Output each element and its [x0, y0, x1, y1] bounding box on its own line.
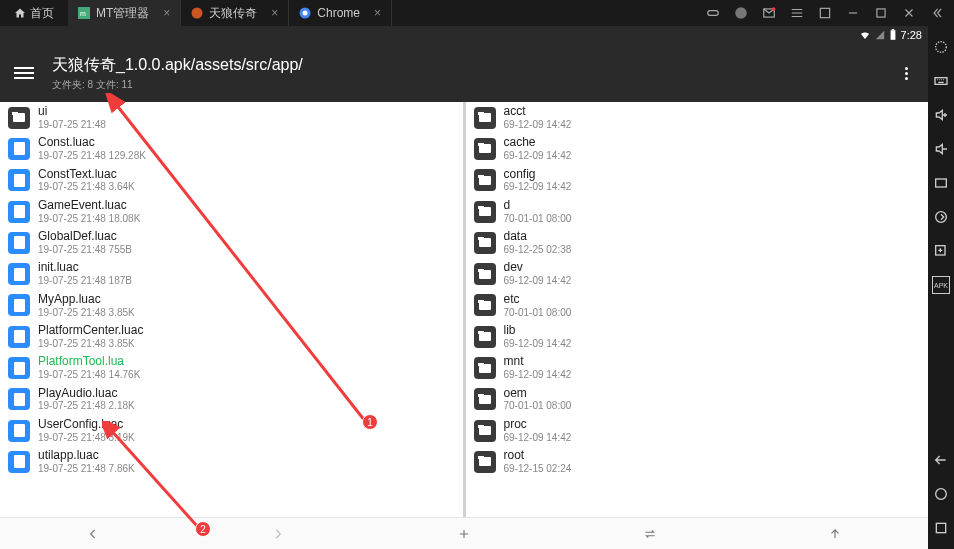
- folder-row[interactable]: acct69-12-09 14:42: [466, 102, 929, 133]
- file-meta: 19-07-25 21:48 18.08K: [38, 213, 140, 225]
- rail-fullscreen-icon[interactable]: [932, 174, 950, 192]
- file-meta: 70-01-01 08:00: [504, 400, 572, 412]
- folder-icon: [474, 138, 496, 160]
- file-row[interactable]: PlatformCenter.luac19-07-25 21:48 3.85K: [0, 321, 463, 352]
- right-file-pane[interactable]: acct69-12-09 14:42cache69-12-09 14:42con…: [466, 102, 929, 517]
- window-tab-bar: 首页 m MT管理器 × 天狼传奇 × Chrome ×: [0, 0, 954, 26]
- close-window-icon[interactable]: [902, 6, 916, 20]
- rail-addtab-icon[interactable]: [932, 242, 950, 260]
- more-button[interactable]: [899, 61, 914, 86]
- file-row[interactable]: Const.luac19-07-25 21:48 129.28K: [0, 133, 463, 164]
- file-name: etc: [504, 293, 572, 307]
- gamepad-icon[interactable]: [706, 6, 720, 20]
- collapse-icon[interactable]: [930, 6, 944, 20]
- file-meta: 69-12-09 14:42: [504, 432, 572, 444]
- rail-volume-up-icon[interactable]: [932, 106, 950, 124]
- file-meta: 19-07-25 21:48 14.76K: [38, 369, 140, 381]
- file-name: UserConfig.luac: [38, 418, 135, 432]
- folder-row[interactable]: ui19-07-25 21:48: [0, 102, 463, 133]
- svg-rect-16: [935, 78, 947, 85]
- close-icon[interactable]: ×: [271, 6, 278, 20]
- file-name: data: [504, 230, 572, 244]
- folder-row[interactable]: proc69-12-09 14:42: [466, 415, 929, 446]
- rail-recents-icon[interactable]: [932, 519, 950, 537]
- file-icon: [8, 388, 30, 410]
- close-icon[interactable]: ×: [374, 6, 381, 20]
- file-name: MyApp.luac: [38, 293, 135, 307]
- file-row[interactable]: MyApp.luac19-07-25 21:48 3.85K: [0, 290, 463, 321]
- folder-row[interactable]: data69-12-25 02:38: [466, 227, 929, 258]
- rail-volume-down-icon[interactable]: [932, 140, 950, 158]
- user-icon[interactable]: [734, 6, 748, 20]
- file-meta: 69-12-09 14:42: [504, 275, 572, 287]
- folder-icon: [474, 388, 496, 410]
- file-meta: 69-12-15 02:24: [504, 463, 572, 475]
- file-row[interactable]: PlatformTool.lua19-07-25 21:48 14.76K: [0, 352, 463, 383]
- window-controls: [696, 6, 954, 20]
- folder-row[interactable]: lib69-12-09 14:42: [466, 321, 929, 352]
- home-icon: [14, 7, 26, 19]
- close-icon[interactable]: ×: [163, 6, 170, 20]
- folder-row[interactable]: oem70-01-01 08:00: [466, 384, 929, 415]
- folder-icon: [474, 420, 496, 442]
- folder-row[interactable]: dev69-12-09 14:42: [466, 258, 929, 289]
- rail-settings-icon[interactable]: [932, 38, 950, 56]
- file-meta: 70-01-01 08:00: [504, 213, 572, 225]
- file-name: proc: [504, 418, 572, 432]
- folder-row[interactable]: d70-01-01 08:00: [466, 196, 929, 227]
- rail-back-icon[interactable]: [932, 451, 950, 469]
- mail-icon[interactable]: [762, 6, 776, 20]
- left-file-pane[interactable]: ui19-07-25 21:48Const.luac19-07-25 21:48…: [0, 102, 466, 517]
- file-meta: 69-12-09 14:42: [504, 369, 572, 381]
- folder-row[interactable]: mnt69-12-09 14:42: [466, 352, 929, 383]
- file-row[interactable]: ConstText.luac19-07-25 21:48 3.64K: [0, 165, 463, 196]
- folder-icon: [8, 107, 30, 129]
- menu-button[interactable]: [14, 67, 34, 79]
- file-icon: [8, 169, 30, 191]
- maximize-icon[interactable]: [874, 6, 888, 20]
- up-button[interactable]: [742, 527, 928, 541]
- minimize-icon[interactable]: [846, 6, 860, 20]
- status-bar: 7:28: [0, 26, 928, 44]
- file-name: Const.luac: [38, 136, 146, 150]
- file-row[interactable]: GameEvent.luac19-07-25 21:48 18.08K: [0, 196, 463, 227]
- file-icon: [8, 357, 30, 379]
- folder-row[interactable]: cache69-12-09 14:42: [466, 133, 929, 164]
- menu-icon[interactable]: [790, 6, 804, 20]
- file-name: PlayAudio.luac: [38, 387, 135, 401]
- folder-row[interactable]: etc70-01-01 08:00: [466, 290, 929, 321]
- path-subtitle: 文件夹: 8 文件: 11: [52, 78, 303, 92]
- folder-row[interactable]: config69-12-09 14:42: [466, 165, 929, 196]
- tab-mt[interactable]: m MT管理器 ×: [68, 0, 181, 26]
- file-meta: 19-07-25 21:48 7.86K: [38, 463, 135, 475]
- file-row[interactable]: UserConfig.luac19-07-25 21:48 3.19K: [0, 415, 463, 446]
- file-meta: 69-12-25 02:38: [504, 244, 572, 256]
- rail-home-icon[interactable]: [932, 485, 950, 503]
- svg-point-8: [772, 7, 776, 10]
- folder-row[interactable]: root69-12-15 02:24: [466, 446, 929, 477]
- folder-icon: [474, 107, 496, 129]
- svg-text:m: m: [80, 10, 86, 17]
- forward-button[interactable]: [186, 527, 372, 541]
- file-name: GameEvent.luac: [38, 199, 140, 213]
- svg-point-20: [936, 489, 947, 500]
- app-header: 天狼传奇_1.0.0.apk/assets/src/app/ 文件夹: 8 文件…: [0, 44, 928, 102]
- file-meta: 19-07-25 21:48 3.85K: [38, 307, 135, 319]
- add-button[interactable]: [371, 527, 557, 541]
- home-label: 首页: [30, 5, 54, 22]
- home-tab[interactable]: 首页: [0, 5, 68, 22]
- fullscreen-icon[interactable]: [818, 6, 832, 20]
- rail-rotate-icon[interactable]: [932, 208, 950, 226]
- tab-chrome[interactable]: Chrome ×: [289, 0, 392, 26]
- file-meta: 19-07-25 21:48 129.28K: [38, 150, 146, 162]
- back-button[interactable]: [0, 527, 186, 541]
- file-row[interactable]: init.luac19-07-25 21:48 187B: [0, 258, 463, 289]
- file-name: GlobalDef.luac: [38, 230, 132, 244]
- file-row[interactable]: utilapp.luac19-07-25 21:48 7.86K: [0, 446, 463, 477]
- tab-game[interactable]: 天狼传奇 ×: [181, 0, 289, 26]
- swap-button[interactable]: [557, 527, 743, 541]
- rail-keyboard-icon[interactable]: [932, 72, 950, 90]
- file-row[interactable]: GlobalDef.luac19-07-25 21:48 755B: [0, 227, 463, 258]
- rail-apk-icon[interactable]: APK: [932, 276, 950, 294]
- file-row[interactable]: PlayAudio.luac19-07-25 21:48 2.18K: [0, 384, 463, 415]
